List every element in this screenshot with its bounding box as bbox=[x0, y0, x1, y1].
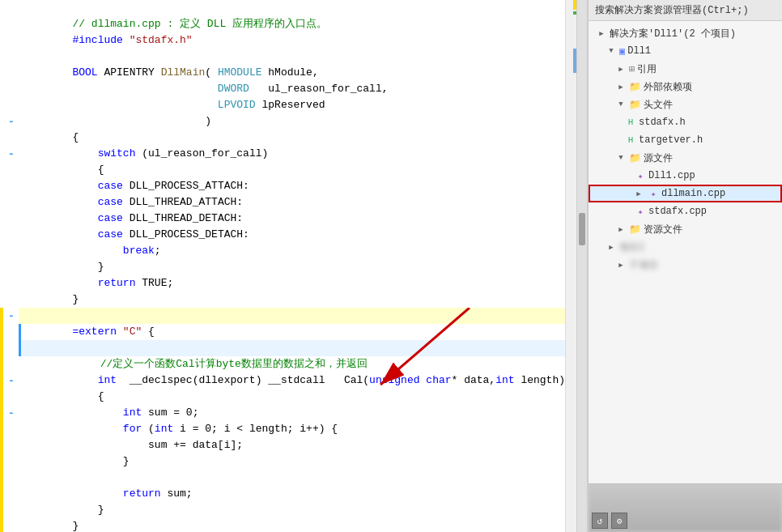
expand-icon: ▶ bbox=[614, 62, 627, 75]
external-deps-label: 外部依赖项 bbox=[644, 80, 692, 94]
tree-item-external-deps[interactable]: ▶ 📁 外部依赖项 bbox=[589, 78, 782, 96]
expand-icon: ▼ bbox=[605, 45, 618, 57]
expand-icon: ▶ bbox=[614, 80, 627, 93]
folder-icon: 📁 bbox=[629, 99, 641, 111]
expand-icon: ▶ bbox=[595, 27, 608, 40]
editor-scrollbar[interactable] bbox=[565, 0, 576, 532]
settings-button[interactable]: ⚙ bbox=[611, 513, 627, 529]
tree-item-headers[interactable]: ▼ 📁 头文件 bbox=[589, 96, 782, 113]
file-icon: H bbox=[624, 134, 637, 147]
tree-item-dll1[interactable]: ▼ ▣ Dll1 bbox=[589, 42, 782, 60]
source-files-label: 源文件 bbox=[644, 151, 673, 165]
stdafx-h-label: stdafx.h bbox=[639, 117, 686, 128]
sidebar-title: 搜索解决方案资源管理器(Ctrl+;) bbox=[595, 3, 749, 17]
expand-icon: ▶ bbox=[614, 258, 627, 271]
expand-icon: ▼ bbox=[614, 98, 627, 111]
file-icon: ✦ bbox=[634, 205, 647, 218]
references-icon: ⊞ bbox=[629, 63, 635, 75]
sync-button[interactable]: ↺ bbox=[592, 513, 608, 529]
code-line bbox=[19, 292, 565, 308]
expand-icon: ▼ bbox=[614, 151, 627, 164]
tree-item-stdafx-cpp[interactable]: ✦ stdafx.cpp bbox=[589, 202, 782, 220]
tree-item-solution[interactable]: ▶ 解决方案'Dll1'(2 个项目) bbox=[589, 24, 782, 42]
file-icon: ✦ bbox=[634, 169, 647, 182]
dll1-cpp-label: Dll1.cpp bbox=[648, 170, 695, 181]
line-indicators: - - - - - bbox=[4, 0, 19, 532]
project-label: Dll1 bbox=[627, 45, 651, 57]
project-icon: ▣ bbox=[619, 45, 625, 57]
references-label: 引用 bbox=[637, 62, 657, 76]
project2-label: 项目2 bbox=[619, 240, 644, 254]
code-line: // dllmain.cpp : 定义 DLL 应用程序的入口点。 bbox=[19, 0, 565, 16]
folder-icon: 📁 bbox=[629, 81, 641, 93]
sidebar-bottom-toolbar[interactable]: ↺ ⚙ bbox=[592, 513, 627, 529]
code-line: BOOL APIENTRY DllMain( HMODULE hModule, bbox=[19, 49, 565, 65]
resize-handle[interactable] bbox=[579, 213, 585, 245]
tree-item-resource-files[interactable]: ▶ 📁 资源文件 bbox=[589, 220, 782, 238]
tree-item-project2-sub[interactable]: ▶ 子项目 bbox=[589, 256, 782, 274]
tree-item-stdafx-h[interactable]: H stdafx.h bbox=[589, 113, 782, 131]
code-line: return sum; bbox=[19, 470, 565, 486]
expand-icon: ▶ bbox=[614, 223, 627, 236]
tree-item-source-files[interactable]: ▼ 📁 源文件 bbox=[589, 149, 782, 167]
code-line: //定义一个函数Cal计算byte数据里的数据之和，并返回 bbox=[19, 340, 565, 356]
targetver-h-label: targetver.h bbox=[639, 134, 703, 146]
expand-icon: ▶ bbox=[632, 187, 645, 200]
resource-files-label: 资源文件 bbox=[644, 223, 682, 236]
solution-label: 解决方案'Dll1'(2 个项目) bbox=[610, 27, 736, 40]
sidebar-bottom-panel: ↺ ⚙ bbox=[589, 483, 782, 532]
code-line: switch (ul_reason_for_call) bbox=[19, 130, 565, 146]
code-content[interactable]: // dllmain.cpp : 定义 DLL 应用程序的入口点。 #inclu… bbox=[19, 0, 565, 532]
dllmain-cpp-label: dllmain.cpp bbox=[661, 188, 725, 199]
tree-item-references[interactable]: ▶ ⊞ 引用 bbox=[589, 60, 782, 78]
solution-tree[interactable]: ▶ 解决方案'Dll1'(2 个项目) ▼ ▣ Dll1 ▶ ⊞ 引用 ▶ 📁 … bbox=[589, 21, 782, 483]
vertical-divider bbox=[576, 0, 588, 532]
expand-icon: ▶ bbox=[605, 240, 618, 253]
headers-label: 头文件 bbox=[644, 98, 673, 112]
folder-icon: 📁 bbox=[629, 152, 641, 164]
tree-item-dll1-cpp[interactable]: ✦ Dll1.cpp bbox=[589, 167, 782, 185]
code-editor: - - - - - bbox=[0, 0, 576, 532]
folder-icon: 📁 bbox=[629, 223, 641, 236]
file-icon: ✦ bbox=[647, 187, 660, 200]
project2-sub-label: 子项目 bbox=[629, 258, 658, 272]
stdafx-cpp-label: stdafx.cpp bbox=[648, 206, 707, 217]
tree-item-project2[interactable]: ▶ 项目2 bbox=[589, 238, 782, 256]
tree-item-targetver-h[interactable]: H targetver.h bbox=[589, 131, 782, 149]
file-icon: H bbox=[624, 116, 637, 129]
sidebar-header: 搜索解决方案资源管理器(Ctrl+;) bbox=[589, 0, 782, 21]
code-line: =extern "C" { bbox=[19, 308, 565, 324]
tree-item-dllmain-cpp[interactable]: ▶ ✦ dllmain.cpp bbox=[589, 185, 782, 202]
solution-explorer: 搜索解决方案资源管理器(Ctrl+;) ▶ 解决方案'Dll1'(2 个项目) … bbox=[588, 0, 782, 532]
